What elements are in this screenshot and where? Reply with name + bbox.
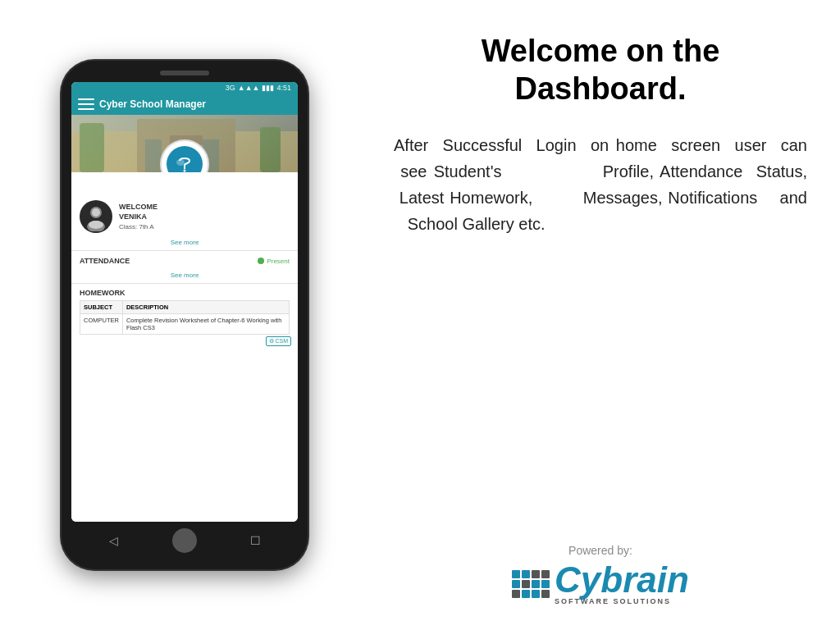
profile-text: WELCOME VENIKA Class: 7th A bbox=[119, 202, 158, 231]
time-display: 4:51 bbox=[276, 84, 291, 92]
svg-point-8 bbox=[184, 170, 186, 172]
attendance-status: Present bbox=[267, 258, 290, 265]
grid-dot bbox=[522, 580, 530, 588]
homework-header: HOMEWORK bbox=[71, 285, 298, 300]
svg-point-12 bbox=[92, 208, 100, 217]
svg-point-13 bbox=[89, 221, 103, 229]
grid-dot bbox=[512, 570, 520, 578]
avatar bbox=[80, 200, 112, 233]
phone-screen: 3G ▲▲▲ ▮▮▮ 4:51 Cyber School Manager bbox=[71, 82, 298, 522]
recent-apps-button[interactable]: ☐ bbox=[245, 531, 265, 550]
description-text: After Successful Login on home screen us… bbox=[394, 132, 807, 237]
svg-rect-2 bbox=[260, 127, 281, 172]
powered-by-section: Powered by: Cybrain bbox=[394, 544, 807, 605]
title-line2: Dashboard. bbox=[514, 71, 686, 106]
divider-1 bbox=[71, 250, 298, 251]
main-title: Welcome on the Dashboard. bbox=[394, 33, 807, 107]
col-description: DESCRIPTION bbox=[122, 301, 289, 314]
divider-2 bbox=[71, 283, 298, 284]
grid-dot bbox=[512, 590, 520, 598]
grid-dot bbox=[522, 590, 530, 598]
cybrain-text-block: Cybrain SOFTWARE SOLUTIONS bbox=[555, 562, 689, 605]
title-line1: Welcome on the bbox=[482, 34, 720, 68]
svg-point-7 bbox=[171, 151, 198, 172]
cybrain-brand-name: Cybrain bbox=[555, 562, 689, 598]
cybrain-logo: Cybrain SOFTWARE SOLUTIONS bbox=[512, 562, 689, 605]
phone-speaker bbox=[160, 71, 209, 75]
screen-content: WELCOME VENIKA Class: 7th A See more ATT… bbox=[71, 172, 298, 522]
right-content: Welcome on the Dashboard. After Successf… bbox=[394, 33, 807, 527]
right-panel: Welcome on the Dashboard. After Successf… bbox=[369, 0, 840, 630]
profile-see-more-button[interactable]: See more bbox=[71, 236, 298, 249]
csm-badge: ⚙ CSM bbox=[266, 336, 292, 346]
attendance-row: ATTENDANCE Present bbox=[71, 253, 298, 269]
network-indicator: 3G bbox=[226, 84, 235, 92]
profile-class: Class: 7th A bbox=[119, 222, 158, 231]
hamburger-icon[interactable] bbox=[78, 98, 94, 110]
grid-dot bbox=[532, 590, 540, 598]
grid-dot bbox=[512, 580, 520, 588]
profile-section: WELCOME VENIKA Class: 7th A bbox=[71, 195, 298, 236]
grid-dot bbox=[541, 570, 550, 578]
svg-point-9 bbox=[176, 159, 185, 166]
signal-icon: ▲▲▲ bbox=[238, 84, 260, 92]
battery-icon: ▮▮▮ bbox=[262, 84, 274, 92]
left-panel: 3G ▲▲▲ ▮▮▮ 4:51 Cyber School Manager bbox=[0, 0, 369, 630]
present-badge: Present bbox=[258, 258, 290, 265]
back-button[interactable]: ◁ bbox=[104, 531, 124, 550]
powered-by-label: Powered by: bbox=[568, 544, 632, 557]
grid-dot bbox=[541, 580, 550, 588]
grid-dot bbox=[532, 580, 540, 588]
home-button[interactable] bbox=[172, 528, 197, 553]
green-dot-icon bbox=[258, 258, 264, 264]
phone-mockup: 3G ▲▲▲ ▮▮▮ 4:51 Cyber School Manager bbox=[62, 61, 308, 569]
app-title: Cyber School Manager bbox=[99, 98, 206, 110]
attendance-see-more-button[interactable]: See more bbox=[71, 269, 298, 281]
grid-dot bbox=[522, 570, 530, 578]
cybrain-tagline: SOFTWARE SOLUTIONS bbox=[555, 598, 689, 605]
hw-subject: COMPUTER bbox=[80, 314, 123, 335]
grid-dot bbox=[541, 590, 550, 598]
attendance-label: ATTENDANCE bbox=[80, 257, 130, 265]
homework-row: COMPUTER Complete Revision Worksheet of … bbox=[80, 314, 290, 335]
phone-nav-bar: ◁ ☐ bbox=[71, 522, 298, 559]
app-bar: Cyber School Manager bbox=[71, 94, 298, 115]
profile-name: VENIKA bbox=[119, 212, 158, 222]
welcome-label: WELCOME bbox=[119, 202, 158, 212]
cybrain-grid-icon bbox=[512, 570, 550, 598]
school-banner bbox=[71, 115, 298, 172]
status-bar: 3G ▲▲▲ ▮▮▮ 4:51 bbox=[71, 82, 298, 94]
hw-description: Complete Revision Worksheet of Chapter-6… bbox=[122, 314, 289, 335]
csm-logo-area: ⚙ CSM bbox=[71, 335, 298, 348]
grid-dot bbox=[532, 570, 540, 578]
col-subject: SUBJECT bbox=[80, 301, 123, 314]
svg-rect-4 bbox=[145, 139, 162, 172]
homework-table: SUBJECT DESCRIPTION COMPUTER Complete Re… bbox=[80, 300, 290, 335]
svg-rect-1 bbox=[80, 123, 104, 172]
